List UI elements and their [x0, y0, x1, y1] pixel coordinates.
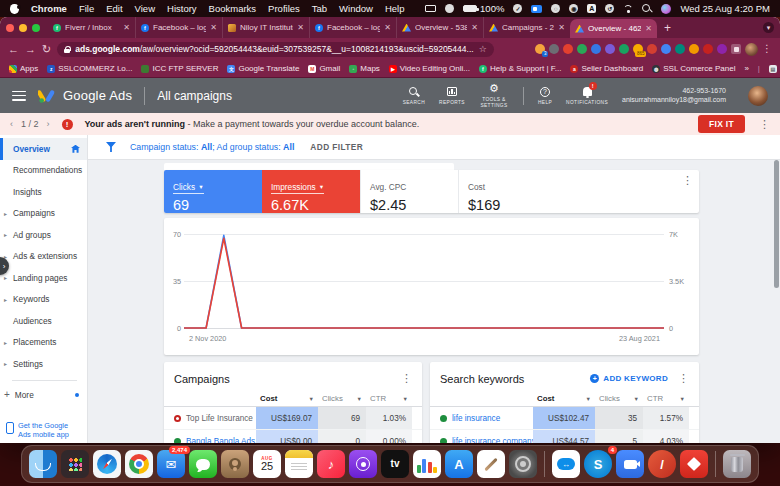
- col-cost[interactable]: Cost▼: [256, 394, 318, 403]
- finder-dock-icon[interactable]: [29, 450, 57, 478]
- extension-icon-6[interactable]: [605, 44, 615, 54]
- hamburger-menu-icon[interactable]: [12, 91, 26, 101]
- bookmark-gmail[interactable]: MGmail: [308, 64, 340, 73]
- contacts-dock-icon[interactable]: [221, 450, 249, 478]
- menu-bookmarks[interactable]: Bookmarks: [209, 3, 257, 14]
- bookmarks-overflow-chevron[interactable]: »: [744, 64, 748, 73]
- keywords-menu-icon[interactable]: ⋮: [678, 372, 689, 385]
- apple-menu-icon[interactable]: [10, 4, 19, 14]
- page-scrollbar[interactable]: [774, 160, 779, 288]
- chrome-dock-icon[interactable]: [125, 450, 153, 478]
- tab-search-icon[interactable]: ▾: [763, 22, 774, 33]
- header-tools-button[interactable]: ⚙TOOLS & SETTINGS: [479, 83, 509, 108]
- sidebar-item-campaigns[interactable]: ▸Campaigns: [0, 203, 87, 225]
- tab-ads-overview-1[interactable]: Overview - 538-66✕: [396, 17, 483, 38]
- menu-tab[interactable]: Tab: [312, 3, 327, 14]
- notes-dock-icon[interactable]: [285, 450, 313, 478]
- col-ctr[interactable]: CTR▼: [366, 394, 412, 403]
- close-tab-icon[interactable]: ✕: [210, 23, 217, 32]
- zoom-dock-icon[interactable]: [616, 450, 644, 478]
- close-tab-icon[interactable]: ✕: [558, 23, 565, 32]
- tab-ads-campaigns[interactable]: Campaigns - 257-9✕: [483, 17, 570, 38]
- time-machine-icon[interactable]: ↺: [605, 4, 614, 13]
- bookmark-star-icon[interactable]: ☆: [479, 44, 487, 54]
- extension-icon-12[interactable]: [689, 44, 699, 54]
- teamviewer-dock-icon[interactable]: ↔: [552, 450, 580, 478]
- apple-tv-dock-icon[interactable]: tv: [381, 450, 409, 478]
- metric-card-cost[interactable]: Cost $169: [458, 170, 556, 213]
- sidebar-item-insights[interactable]: Insights: [0, 181, 87, 203]
- extension-icon-10[interactable]: [661, 44, 671, 54]
- skype-dock-icon[interactable]: 4S: [584, 450, 612, 478]
- header-help-button[interactable]: ?HELP: [538, 86, 552, 106]
- anydesk-dock-icon[interactable]: [680, 450, 708, 478]
- alert-prev-icon[interactable]: ‹: [10, 119, 13, 129]
- bookmark-icc-ftp[interactable]: ICC FTP SERVER: [141, 64, 218, 73]
- bookmark-apps[interactable]: Apps: [9, 64, 38, 73]
- sidebar-item-placements[interactable]: ▸Placements: [0, 332, 87, 354]
- alert-next-icon[interactable]: ›: [47, 119, 50, 129]
- sidebar-more-button[interactable]: +More: [0, 385, 87, 405]
- battery-indicator[interactable]: 100%: [463, 3, 504, 14]
- menu-edit[interactable]: Edit: [106, 3, 122, 14]
- close-tab-icon[interactable]: ✕: [297, 23, 304, 32]
- app-store-dock-icon[interactable]: A: [445, 450, 473, 478]
- browser-menu-icon[interactable]: ⋮: [762, 44, 772, 54]
- close-tab-icon[interactable]: ✕: [123, 23, 130, 32]
- add-keyword-button[interactable]: +ADD KEYWORD: [590, 374, 668, 383]
- alert-menu-icon[interactable]: ⋮: [759, 118, 770, 131]
- extension-icon-9[interactable]: [647, 44, 657, 54]
- menu-help[interactable]: Help: [385, 3, 405, 14]
- metric-card-cpc[interactable]: Avg. CPC $2.45: [360, 170, 458, 213]
- trash-dock-icon[interactable]: [723, 450, 751, 478]
- new-tab-button[interactable]: +: [664, 21, 671, 35]
- display-icon[interactable]: [425, 5, 436, 12]
- checkmark-circle-icon[interactable]: ✓: [513, 4, 522, 13]
- forward-icon[interactable]: →: [25, 44, 36, 55]
- menu-window[interactable]: Window: [339, 3, 373, 14]
- lock-icon[interactable]: [64, 46, 70, 53]
- header-search-button[interactable]: SEARCH: [403, 86, 425, 106]
- extension-icon-11[interactable]: [675, 44, 685, 54]
- back-icon[interactable]: ←: [8, 44, 19, 55]
- add-filter-button[interactable]: ADD FILTER: [310, 142, 363, 152]
- tab-niloy-it[interactable]: Niloy IT Institute | Y✕: [222, 17, 309, 38]
- menu-history[interactable]: History: [167, 3, 197, 14]
- tab-facebook-2[interactable]: f Facebook – log in o✕: [309, 17, 396, 38]
- bookmark-sslcommerz[interactable]: zSSLCOMMERZ Lo...: [47, 64, 132, 73]
- zoom-window-button[interactable]: [32, 24, 40, 32]
- status-app-icon[interactable]: [445, 4, 454, 13]
- address-bar[interactable]: ads.google.com/aw/overview?ocid=59205444…: [57, 42, 493, 57]
- launchpad-dock-icon[interactable]: [61, 450, 89, 478]
- cards-menu-icon[interactable]: ⋮: [676, 170, 699, 213]
- creative-cloud-icon[interactable]: ◌: [551, 4, 560, 13]
- close-window-button[interactable]: [6, 24, 14, 32]
- col-cost[interactable]: Cost▼: [533, 394, 595, 403]
- bookmark-maps[interactable]: ◦Maps: [349, 64, 380, 73]
- extension-icon-8[interactable]: 865: [633, 44, 643, 54]
- bookmark-help-support[interactable]: fHelp & Support | F...: [479, 64, 561, 73]
- menubar-app-name[interactable]: Chrome: [31, 3, 67, 14]
- col-clicks[interactable]: Clicks▼: [318, 394, 366, 403]
- sidebar-item-settings[interactable]: ▸Settings: [0, 353, 87, 375]
- extension-icon-14[interactable]: [717, 44, 727, 54]
- col-ctr[interactable]: CTR▼: [643, 394, 689, 403]
- bookmark-video-editing[interactable]: ▶Video Editing Onli...: [389, 64, 470, 73]
- remote-desktop-dock-icon[interactable]: /: [648, 450, 676, 478]
- spotlight-icon[interactable]: [642, 4, 652, 14]
- calendar-dock-icon[interactable]: AUG25: [253, 450, 281, 478]
- bookmark-ssl-comerce[interactable]: ◍SSL Comerce Panel: [652, 64, 735, 73]
- menu-view[interactable]: View: [135, 3, 155, 14]
- safari-dock-icon[interactable]: [93, 450, 121, 478]
- podcasts-dock-icon[interactable]: [349, 450, 377, 478]
- close-tab-icon[interactable]: ✕: [471, 23, 478, 32]
- account-avatar[interactable]: [748, 86, 768, 106]
- menubar-clock[interactable]: Wed 25 Aug 4:20 PM: [680, 3, 770, 14]
- minimize-window-button[interactable]: [19, 24, 27, 32]
- input-source-icon[interactable]: A: [587, 4, 596, 13]
- metric-card-clicks[interactable]: Clicks▼ 69: [164, 170, 262, 213]
- numbers-dock-icon[interactable]: [413, 450, 441, 478]
- sidebar-item-ad-groups[interactable]: ▸Ad groups: [0, 224, 87, 246]
- tab-ads-overview-active[interactable]: Overview - 462-95✕: [570, 19, 657, 38]
- mail-dock-icon[interactable]: 2,474✉: [157, 450, 185, 478]
